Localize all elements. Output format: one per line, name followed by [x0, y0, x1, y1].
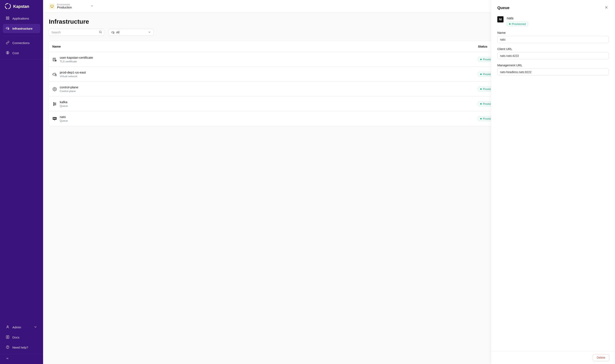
user-icon — [6, 325, 10, 329]
env-value: Production — [57, 6, 72, 9]
status-dot-icon — [480, 88, 482, 90]
drawer-title: Queue — [497, 6, 509, 10]
client-url-label: Client URL — [497, 47, 609, 51]
link-icon — [6, 41, 10, 45]
type-filter-select[interactable]: All — [109, 29, 153, 36]
sidebar-item-docs[interactable]: Docs — [3, 333, 40, 342]
sidebar: Kapstan Applications Infrastructure — [0, 0, 43, 364]
svg-rect-1 — [6, 17, 7, 18]
svg-point-7 — [7, 326, 8, 327]
svg-point-0 — [5, 3, 11, 9]
certificate-icon — [52, 57, 57, 62]
chevron-down-icon — [148, 31, 151, 34]
status-dot-icon — [480, 118, 482, 119]
nav-divider — [0, 59, 43, 60]
sidebar-item-label: Cost — [12, 51, 19, 55]
monitor-icon — [49, 3, 55, 10]
sidebar-nav: Applications Infrastructure Connections — [0, 14, 43, 58]
status-text: Provisioned — [512, 22, 526, 26]
status-dot-icon — [480, 59, 482, 60]
sidebar-collapse-button[interactable] — [0, 354, 43, 364]
svg-point-22 — [55, 103, 56, 104]
svg-point-20 — [53, 103, 55, 104]
row-subtype: Virtual network — [60, 75, 86, 78]
sidebar-item-infrastructure[interactable]: Infrastructure — [3, 24, 40, 33]
sidebar-item-label: Infrastructure — [12, 27, 33, 30]
sidebar-item-label: Docs — [12, 336, 19, 339]
svg-rect-3 — [6, 19, 7, 20]
sidebar-item-help[interactable]: Need help? — [3, 343, 40, 352]
sidebar-item-label: Need help? — [12, 346, 28, 349]
client-url-field[interactable] — [497, 52, 609, 59]
main: Environment Production Infrastructure Al… — [43, 0, 615, 364]
column-name: Name — [52, 45, 478, 48]
row-subtype: Control plane — [60, 90, 78, 93]
svg-marker-17 — [53, 87, 56, 91]
svg-marker-25 — [54, 120, 55, 120]
drawer-resource-name: nats — [507, 16, 528, 20]
sidebar-item-label: Applications — [12, 17, 29, 20]
details-drawer: Queue nats Provisioned — [491, 0, 615, 364]
status-badge: Provisioned — [507, 22, 528, 26]
kubernetes-icon — [52, 87, 57, 91]
svg-point-23 — [55, 104, 56, 105]
management-url-label: Management URL — [497, 64, 609, 67]
sidebar-item-admin[interactable]: Admin — [3, 323, 40, 332]
sidebar-item-connections[interactable]: Connections — [3, 38, 40, 48]
row-subtype: Queue — [60, 104, 68, 107]
svg-point-18 — [54, 88, 55, 90]
brand-logo-icon — [4, 3, 11, 10]
kafka-icon — [52, 102, 57, 106]
row-name: nats — [60, 115, 68, 119]
dollar-icon — [6, 51, 10, 55]
search-input[interactable] — [49, 29, 104, 36]
nats-icon — [52, 117, 57, 121]
row-subtype: Queue — [60, 119, 68, 122]
row-subtype: TLS certificate — [60, 60, 93, 63]
sidebar-item-cost[interactable]: Cost — [3, 48, 40, 58]
svg-point-13 — [113, 33, 114, 34]
chevron-down-icon — [34, 325, 37, 329]
chevron-down-icon[interactable] — [91, 4, 93, 8]
row-name: kafka — [60, 100, 68, 104]
svg-point-19 — [53, 102, 54, 103]
brand-name: Kapstan — [13, 4, 29, 9]
svg-point-21 — [53, 105, 54, 106]
filter-value: All — [116, 31, 120, 34]
status-dot-icon — [480, 74, 482, 75]
name-field[interactable] — [497, 36, 609, 43]
apps-icon — [6, 16, 10, 21]
svg-point-9 — [8, 348, 8, 348]
sidebar-bottom: Admin Docs Need help? — [0, 323, 43, 352]
infrastructure-icon — [6, 26, 10, 31]
svg-point-11 — [99, 31, 101, 33]
svg-rect-2 — [8, 17, 9, 18]
search-wrap — [49, 29, 104, 36]
sidebar-item-label: Connections — [12, 41, 29, 45]
row-name: prod-dep1-us-east — [60, 71, 86, 74]
row-name: control-plane — [60, 85, 78, 89]
nats-icon — [497, 16, 504, 22]
svg-rect-16 — [55, 75, 56, 76]
nav-divider — [3, 36, 40, 36]
svg-line-12 — [101, 33, 102, 33]
status-dot-icon — [509, 23, 510, 25]
book-icon — [6, 335, 10, 339]
brand: Kapstan — [0, 0, 43, 14]
help-icon — [6, 345, 10, 350]
status-dot-icon — [480, 103, 482, 104]
row-name: user-kapstan-certificate — [60, 56, 93, 60]
name-label: Name — [497, 31, 609, 34]
sidebar-item-label: Admin — [12, 325, 21, 329]
environment-selector[interactable]: Environment Production — [57, 3, 72, 9]
management-url-field[interactable] — [497, 69, 609, 76]
svg-rect-10 — [51, 5, 53, 7]
svg-rect-4 — [8, 19, 9, 20]
delete-button[interactable]: Delete — [593, 354, 609, 361]
search-icon — [99, 30, 102, 34]
sidebar-item-applications[interactable]: Applications — [3, 14, 40, 23]
close-button[interactable] — [604, 5, 609, 11]
cloud-lock-icon — [52, 72, 57, 77]
